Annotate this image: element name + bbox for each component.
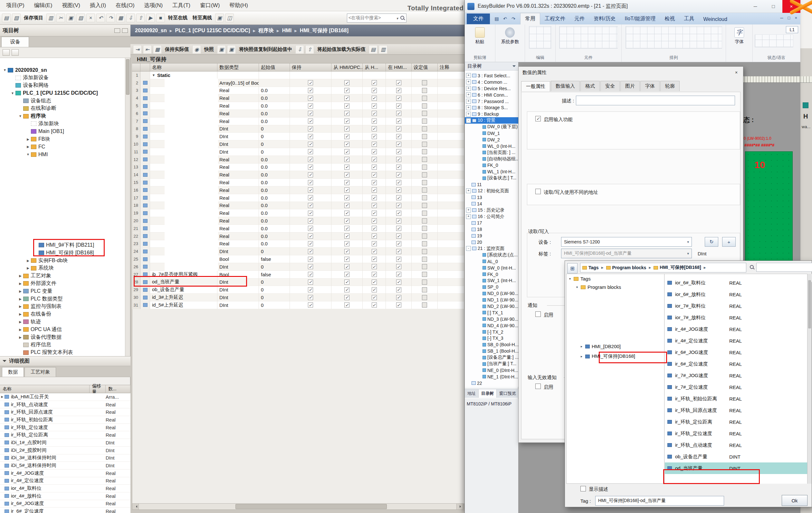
directory-tree-item[interactable]: FK_0	[465, 162, 518, 169]
visible-in-hmi-checkbox[interactable]	[396, 295, 401, 300]
system-parameters-button[interactable]: 系统参数	[498, 26, 521, 46]
db-row[interactable]: 30 id_3#上升延迟 DInt 0	[132, 294, 464, 301]
project-tree-item[interactable]: PLC_1 [CPU 1215C DC/DC/DC]	[0, 89, 125, 97]
visible-in-hmi-checkbox[interactable]	[396, 241, 401, 246]
retain-checkbox[interactable]	[308, 142, 313, 147]
directory-tree-item[interactable]: 11	[465, 181, 518, 188]
retain-checkbox[interactable]	[308, 249, 313, 254]
tab-devices[interactable]: 设备	[1, 37, 29, 47]
directory-tree-item[interactable]: 6 : HMI Conn...	[465, 92, 518, 98]
project-tree-item[interactable]: 监控与强制表	[0, 303, 125, 310]
directory-tree-item[interactable]: 20	[465, 239, 518, 245]
monitor-all-icon[interactable]: ▦	[153, 45, 162, 54]
detail-row[interactable]: ir_6#_定位速度Real	[0, 508, 130, 513]
ribbon-tab[interactable]: 工程文件	[540, 13, 570, 25]
device-settings-button[interactable]: ↻	[705, 237, 718, 247]
visible-in-hmi-checkbox[interactable]	[396, 119, 401, 124]
visible-in-hmi-checkbox[interactable]	[396, 211, 401, 216]
font-button[interactable]: 字字体	[732, 26, 747, 46]
directory-tree-item[interactable]: DW_1	[465, 130, 518, 137]
directory-tree-item[interactable]: [-] TX_2	[465, 329, 518, 335]
detail-row[interactable]: ir_环轨_点动速度Real	[0, 401, 130, 409]
download-to-device-icon[interactable]: ⇩	[126, 13, 135, 22]
directory-tree-item[interactable]: 3 : Fast Select...	[465, 72, 518, 79]
tag-breadcrumb-item[interactable]: Tags▶	[582, 265, 606, 270]
invalid-enable-checkbox[interactable]	[535, 384, 541, 389]
writable-from-hmi-checkbox[interactable]	[372, 96, 377, 101]
directory-tree-item[interactable]: [当班产量:] T...	[465, 361, 518, 367]
setpoint-checkbox[interactable]	[422, 195, 427, 200]
writable-from-hmi-checkbox[interactable]	[372, 111, 377, 116]
tag-value-input[interactable]: HMI_可保持[DB168]-od_当班产量	[595, 496, 724, 506]
directory-tree-item[interactable]: SB_0 (Bool-H...	[465, 341, 518, 348]
directory-tree-item[interactable]: [设备总产量:] ...	[465, 354, 518, 361]
properties-tab[interactable]: 图片	[620, 81, 640, 91]
tag-row[interactable]: ir_6#_JOG速度REAL	[665, 346, 808, 358]
directory-tree-item[interactable]: 16 : 公司简介	[465, 213, 518, 220]
scrollbar-thumb[interactable]	[808, 280, 811, 329]
visible-in-hmi-checkbox[interactable]	[396, 264, 401, 269]
device-add-button[interactable]: +	[722, 237, 736, 247]
project-tree-item[interactable]: 外部源文件	[0, 280, 125, 288]
tag-row[interactable]: ior_6#_取料位REAL	[665, 277, 808, 289]
directory-tree-item[interactable]: [:] TX_1	[465, 309, 518, 316]
state-language-icons[interactable]	[755, 34, 793, 47]
tag-row[interactable]: ir_环轨_初始位距离REAL	[665, 393, 808, 404]
tag-row[interactable]: ir_7#_JOG速度REAL	[665, 370, 808, 381]
menu-item[interactable]: 视图(V)	[57, 0, 85, 11]
directory-tree-item[interactable]: 5 : Device Res...	[465, 85, 518, 92]
hmi-opc-checkbox[interactable]	[344, 218, 349, 223]
hmi-opc-checkbox[interactable]	[344, 272, 349, 277]
visible-in-hmi-checkbox[interactable]	[396, 287, 401, 293]
menu-item[interactable]: 选项(N)	[140, 0, 168, 11]
column-retain[interactable]: 保持	[290, 63, 331, 71]
setpoint-checkbox[interactable]	[422, 119, 427, 124]
retain-checkbox[interactable]	[308, 111, 313, 116]
column-comment[interactable]: 注释	[438, 63, 464, 71]
directory-tree-item[interactable]: 17	[465, 220, 518, 226]
writable-from-hmi-checkbox[interactable]	[372, 103, 377, 109]
visible-in-hmi-checkbox[interactable]	[396, 256, 401, 262]
ribbon-tab[interactable]: IIoT/能源管理	[620, 13, 660, 25]
hmi-opc-checkbox[interactable]	[344, 287, 349, 293]
hmi-opc-checkbox[interactable]	[344, 195, 349, 200]
setpoint-checkbox[interactable]	[422, 172, 427, 177]
project-tree-item[interactable]: 添加新设备	[0, 74, 125, 82]
directory-tree-item[interactable]: [设备状态:] T...	[465, 175, 518, 181]
retain-checkbox[interactable]	[308, 287, 313, 293]
ribbon-tab[interactable]: Weincloud	[699, 14, 731, 25]
directory-tree-item[interactable]: 18	[465, 226, 518, 233]
retain-checkbox[interactable]	[308, 279, 313, 285]
setpoint-checkbox[interactable]	[422, 103, 427, 109]
auto-collapse-icon[interactable]	[114, 28, 120, 33]
setpoint-checkbox[interactable]	[422, 134, 427, 139]
writable-from-hmi-checkbox[interactable]	[372, 180, 377, 185]
setpoint-checkbox[interactable]	[422, 111, 427, 116]
retain-checkbox[interactable]	[308, 256, 313, 262]
writable-from-hmi-checkbox[interactable]	[372, 142, 377, 147]
directory-tree-item[interactable]: 19	[465, 233, 518, 239]
hmi-opc-checkbox[interactable]	[344, 103, 349, 109]
column-offset[interactable]: 偏移量	[90, 385, 106, 393]
project-tree-item[interactable]: 添加新块	[0, 120, 125, 128]
ribbon-tab[interactable]: 工具	[679, 13, 699, 25]
visible-in-hmi-checkbox[interactable]	[396, 96, 401, 101]
save-project-button[interactable]: 保存项目	[22, 15, 45, 21]
tab-directory-tree[interactable]: 目录树	[478, 389, 497, 398]
hmi-opc-checkbox[interactable]	[344, 96, 349, 101]
directory-tree-item[interactable]: WL_0 (Int-H...	[465, 143, 518, 149]
visible-in-hmi-checkbox[interactable]	[396, 218, 401, 223]
setpoint-checkbox[interactable]	[422, 272, 427, 277]
hmi-screen[interactable]: 10	[745, 151, 793, 270]
tag-row[interactable]: ior_7#_取料位REAL	[665, 300, 808, 312]
snapshot-icon[interactable]: ◉	[192, 45, 201, 54]
breadcrumb-item[interactable]: 程序块▶	[258, 27, 282, 34]
project-tree-item[interactable]: 程序块	[0, 112, 125, 120]
setpoint-checkbox[interactable]	[422, 203, 427, 208]
detail-row[interactable]: ir_环轨_初始位距离Real	[0, 416, 130, 424]
directory-tree-item[interactable]: [-] TX_3	[465, 335, 518, 342]
visible-in-hmi-checkbox[interactable]	[396, 226, 401, 231]
detail-row[interactable]: ir_环轨_回原点速度Real	[0, 408, 130, 416]
detail-view-header[interactable]: 详细视图	[0, 357, 130, 366]
retain-checkbox[interactable]	[308, 157, 313, 162]
